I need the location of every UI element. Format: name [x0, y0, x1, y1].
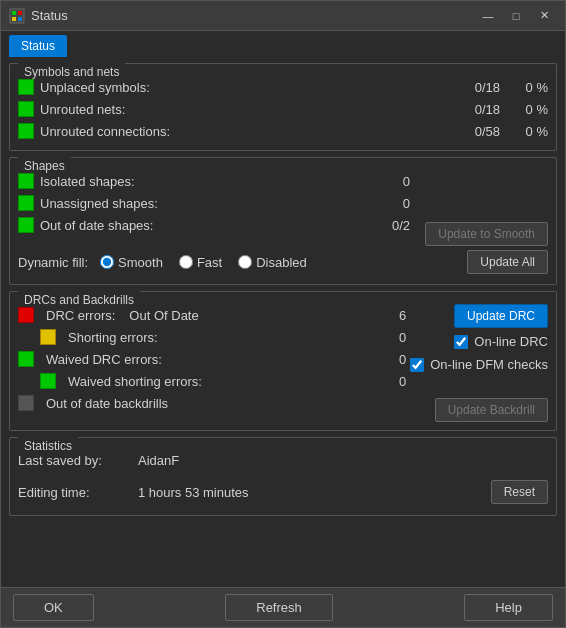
online-dfm-checkbox-row[interactable]: On-line DFM checks	[410, 355, 548, 374]
waived-drc-label: Waived DRC errors:	[46, 352, 162, 367]
editing-time-row: Editing time: 1 hours 53 minutes Reset	[18, 477, 548, 507]
unplaced-symbols-value: 0/18	[448, 80, 508, 95]
radio-smooth-input[interactable]	[100, 255, 114, 269]
waived-shorting-label: Waived shorting errors:	[68, 374, 202, 389]
waived-drc-label-group: Waived DRC errors:	[18, 351, 380, 367]
section-header: DRCs and Backdrills	[10, 292, 556, 300]
waived-shorting-value: 0	[380, 374, 410, 389]
reset-button[interactable]: Reset	[491, 480, 548, 504]
window-icon	[9, 8, 25, 24]
content-area: Symbols and nets Unplaced symbols: 0/18 …	[1, 57, 565, 587]
online-drc-checkbox[interactable]	[454, 335, 468, 349]
restore-button[interactable]: □	[503, 6, 529, 26]
drc-errors-led	[18, 307, 34, 323]
ok-button[interactable]: OK	[13, 594, 94, 621]
table-row: Unassigned shapes: 0	[18, 192, 418, 214]
section-header: Symbols and nets	[10, 64, 556, 72]
waived-shorting-led	[40, 373, 56, 389]
section-header: Statistics	[10, 438, 556, 446]
drcs-content: DRC errors: Out Of Date 6 Shorting error…	[18, 304, 548, 422]
unrouted-nets-value: 0/18	[448, 102, 508, 117]
table-row: Shorting errors: 0	[40, 326, 410, 348]
drcs-body: DRC errors: Out Of Date 6 Shorting error…	[10, 300, 556, 430]
radio-disabled-input[interactable]	[238, 255, 252, 269]
unassigned-shapes-led	[18, 195, 34, 211]
window-title: Status	[31, 8, 475, 23]
radio-smooth[interactable]: Smooth	[100, 255, 163, 270]
backdrills-led	[18, 395, 34, 411]
update-all-button[interactable]: Update All	[467, 250, 548, 274]
shapes-section: Shapes Isolated shapes: 0 Unassigned sha…	[9, 157, 557, 285]
backdrills-label: Out of date backdrills	[46, 396, 168, 411]
table-row: Isolated shapes: 0	[18, 170, 418, 192]
svg-rect-2	[18, 11, 22, 15]
unrouted-connections-value: 0/58	[448, 124, 508, 139]
unplaced-symbols-label: Unplaced symbols:	[40, 80, 448, 95]
shorting-label-group: Shorting errors:	[40, 329, 380, 345]
out-of-date-shapes-value: 0/2	[358, 218, 418, 233]
statistics-body: Last saved by: AidanF Editing time: 1 ho…	[10, 446, 556, 515]
table-row: Out of date shapes: 0/2	[18, 214, 418, 236]
out-of-date-shapes-led	[18, 217, 34, 233]
svg-rect-3	[12, 17, 16, 21]
table-row: Out of date backdrills	[18, 392, 410, 414]
main-window: Status — □ ✕ Status Symbols and nets Unp…	[0, 0, 566, 628]
unrouted-connections-pct: 0 %	[508, 124, 548, 139]
drc-errors-status: Out Of Date	[129, 308, 198, 323]
shapes-right-panel: Update to Smooth	[418, 170, 548, 246]
isolated-shapes-led	[18, 173, 34, 189]
table-row: DRC errors: Out Of Date 6	[18, 304, 410, 326]
drcs-rows: DRC errors: Out Of Date 6 Shorting error…	[18, 304, 410, 414]
title-bar: Status — □ ✕	[1, 1, 565, 31]
drc-label-group: DRC errors: Out Of Date	[18, 307, 380, 323]
symbols-nets-body: Unplaced symbols: 0/18 0 % Unrouted nets…	[10, 72, 556, 150]
refresh-button[interactable]: Refresh	[225, 594, 333, 621]
table-row: Waived shorting errors: 0	[40, 370, 410, 392]
radio-fast-label: Fast	[197, 255, 222, 270]
waived-drc-led	[18, 351, 34, 367]
table-row: Waived DRC errors: 0	[18, 348, 410, 370]
radio-disabled-label: Disabled	[256, 255, 307, 270]
minimize-button[interactable]: —	[475, 6, 501, 26]
dynamic-fill-label: Dynamic fill:	[18, 255, 88, 270]
section-header: Shapes	[10, 158, 556, 166]
online-drc-checkbox-row[interactable]: On-line DRC	[454, 332, 548, 351]
svg-rect-1	[12, 11, 16, 15]
radio-fast-input[interactable]	[179, 255, 193, 269]
drc-errors-value: 6	[380, 308, 410, 323]
drcs-section: DRCs and Backdrills DRC errors: Out Of D…	[9, 291, 557, 431]
unassigned-shapes-value: 0	[358, 196, 418, 211]
radio-disabled[interactable]: Disabled	[238, 255, 307, 270]
isolated-shapes-value: 0	[358, 174, 418, 189]
online-drc-label: On-line DRC	[474, 334, 548, 349]
update-drc-button[interactable]: Update DRC	[454, 304, 548, 328]
unplaced-symbols-led	[18, 79, 34, 95]
unrouted-nets-label: Unrouted nets:	[40, 102, 448, 117]
backdrills-label-group: Out of date backdrills	[18, 395, 410, 411]
table-row: Unrouted connections: 0/58 0 %	[18, 120, 548, 142]
out-of-date-shapes-label: Out of date shapes:	[40, 218, 358, 233]
waived-shorting-label-group: Waived shorting errors:	[40, 373, 380, 389]
update-backdrill-button[interactable]: Update Backdrill	[435, 398, 548, 422]
table-row: Unplaced symbols: 0/18 0 %	[18, 76, 548, 98]
last-saved-row: Last saved by: AidanF	[18, 450, 548, 471]
online-dfm-checkbox[interactable]	[410, 358, 424, 372]
unrouted-nets-pct: 0 %	[508, 102, 548, 117]
tab-status[interactable]: Status	[9, 35, 67, 57]
dynamic-fill-row: Dynamic fill: Smooth Fast Disabled	[18, 246, 548, 276]
window-controls: — □ ✕	[475, 6, 557, 26]
last-saved-label: Last saved by:	[18, 453, 138, 468]
close-button[interactable]: ✕	[531, 6, 557, 26]
help-button[interactable]: Help	[464, 594, 553, 621]
drcs-right-panel: Update DRC On-line DRC On-line DFM check…	[410, 304, 548, 422]
update-to-smooth-button[interactable]: Update to Smooth	[425, 222, 548, 246]
svg-rect-4	[18, 17, 22, 21]
table-row: Unrouted nets: 0/18 0 %	[18, 98, 548, 120]
shapes-content: Isolated shapes: 0 Unassigned shapes: 0 …	[18, 170, 548, 246]
editing-time-value: 1 hours 53 minutes	[138, 485, 418, 500]
radio-smooth-label: Smooth	[118, 255, 163, 270]
radio-fast[interactable]: Fast	[179, 255, 222, 270]
unrouted-connections-label: Unrouted connections:	[40, 124, 448, 139]
shorting-errors-led	[40, 329, 56, 345]
shapes-body: Isolated shapes: 0 Unassigned shapes: 0 …	[10, 166, 556, 284]
